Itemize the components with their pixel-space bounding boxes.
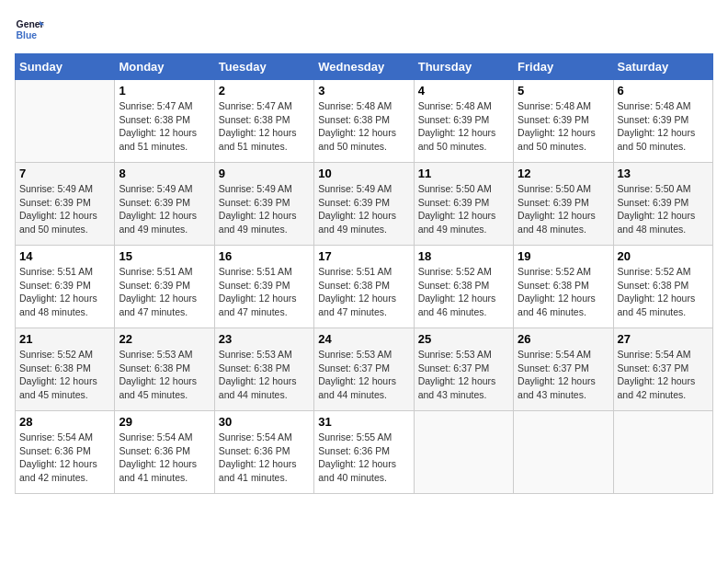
day-info: Sunrise: 5:49 AM Sunset: 6:39 PM Dayligh… — [19, 182, 110, 236]
logo-icon: General Blue — [15, 15, 44, 44]
day-number: 22 — [119, 332, 210, 346]
day-number: 10 — [318, 167, 409, 180]
calendar-cell: 1Sunrise: 5:47 AM Sunset: 6:38 PM Daylig… — [115, 80, 214, 163]
day-info: Sunrise: 5:54 AM Sunset: 6:37 PM Dayligh… — [518, 348, 609, 402]
day-info: Sunrise: 5:54 AM Sunset: 6:36 PM Dayligh… — [19, 431, 110, 485]
header: General Blue — [15, 15, 713, 44]
calendar-cell: 18Sunrise: 5:52 AM Sunset: 6:38 PM Dayli… — [414, 246, 513, 328]
weekday-header: Monday — [115, 54, 214, 80]
day-info: Sunrise: 5:54 AM Sunset: 6:37 PM Dayligh… — [618, 348, 709, 402]
calendar-cell: 22Sunrise: 5:53 AM Sunset: 6:38 PM Dayli… — [115, 328, 214, 411]
calendar-cell: 12Sunrise: 5:50 AM Sunset: 6:39 PM Dayli… — [514, 163, 613, 246]
day-number: 31 — [318, 415, 409, 429]
calendar-week-row: 28Sunrise: 5:54 AM Sunset: 6:36 PM Dayli… — [16, 411, 713, 494]
calendar-cell: 20Sunrise: 5:52 AM Sunset: 6:38 PM Dayli… — [613, 246, 712, 328]
day-number: 3 — [318, 84, 409, 98]
calendar-cell: 30Sunrise: 5:54 AM Sunset: 6:36 PM Dayli… — [214, 411, 313, 494]
calendar-cell: 19Sunrise: 5:52 AM Sunset: 6:38 PM Dayli… — [514, 246, 613, 328]
calendar-cell: 23Sunrise: 5:53 AM Sunset: 6:38 PM Dayli… — [214, 328, 313, 411]
calendar-cell: 10Sunrise: 5:49 AM Sunset: 6:39 PM Dayli… — [314, 163, 414, 246]
day-number: 18 — [418, 249, 509, 263]
day-number: 24 — [318, 332, 409, 346]
calendar-cell — [613, 411, 712, 494]
day-info: Sunrise: 5:51 AM Sunset: 6:39 PM Dayligh… — [119, 265, 210, 319]
day-info: Sunrise: 5:48 AM Sunset: 6:39 PM Dayligh… — [518, 99, 609, 154]
day-number: 23 — [219, 332, 310, 346]
day-info: Sunrise: 5:54 AM Sunset: 6:36 PM Dayligh… — [119, 431, 210, 485]
day-info: Sunrise: 5:53 AM Sunset: 6:37 PM Dayligh… — [318, 348, 409, 402]
calendar-cell: 8Sunrise: 5:49 AM Sunset: 6:39 PM Daylig… — [115, 163, 214, 246]
calendar-cell: 5Sunrise: 5:48 AM Sunset: 6:39 PM Daylig… — [514, 80, 613, 163]
day-info: Sunrise: 5:52 AM Sunset: 6:38 PM Dayligh… — [618, 265, 709, 319]
calendar-cell: 13Sunrise: 5:50 AM Sunset: 6:39 PM Dayli… — [613, 163, 712, 246]
day-number: 28 — [19, 415, 110, 429]
weekday-header: Thursday — [414, 54, 513, 80]
calendar-cell: 26Sunrise: 5:54 AM Sunset: 6:37 PM Dayli… — [514, 328, 613, 411]
calendar-week-row: 1Sunrise: 5:47 AM Sunset: 6:38 PM Daylig… — [16, 80, 713, 163]
calendar-header: SundayMondayTuesdayWednesdayThursdayFrid… — [16, 54, 713, 80]
calendar-cell: 4Sunrise: 5:48 AM Sunset: 6:39 PM Daylig… — [414, 80, 513, 163]
calendar-table: SundayMondayTuesdayWednesdayThursdayFrid… — [15, 53, 713, 494]
weekday-header: Friday — [514, 54, 613, 80]
day-info: Sunrise: 5:50 AM Sunset: 6:39 PM Dayligh… — [418, 182, 509, 236]
day-info: Sunrise: 5:51 AM Sunset: 6:39 PM Dayligh… — [19, 265, 110, 319]
day-number: 5 — [518, 84, 609, 98]
logo: General Blue — [15, 15, 44, 44]
weekday-header: Tuesday — [214, 54, 313, 80]
calendar-cell: 7Sunrise: 5:49 AM Sunset: 6:39 PM Daylig… — [16, 163, 115, 246]
calendar-cell: 3Sunrise: 5:48 AM Sunset: 6:38 PM Daylig… — [314, 80, 414, 163]
day-info: Sunrise: 5:52 AM Sunset: 6:38 PM Dayligh… — [418, 265, 509, 319]
calendar-week-row: 14Sunrise: 5:51 AM Sunset: 6:39 PM Dayli… — [16, 246, 713, 328]
day-info: Sunrise: 5:48 AM Sunset: 6:39 PM Dayligh… — [618, 99, 709, 154]
day-number: 13 — [618, 167, 709, 180]
day-number: 6 — [618, 84, 709, 98]
day-info: Sunrise: 5:49 AM Sunset: 6:39 PM Dayligh… — [318, 182, 409, 236]
calendar-cell: 9Sunrise: 5:49 AM Sunset: 6:39 PM Daylig… — [214, 163, 313, 246]
day-info: Sunrise: 5:55 AM Sunset: 6:36 PM Dayligh… — [318, 431, 409, 485]
calendar-body: 1Sunrise: 5:47 AM Sunset: 6:38 PM Daylig… — [16, 80, 713, 494]
calendar-cell: 21Sunrise: 5:52 AM Sunset: 6:38 PM Dayli… — [16, 328, 115, 411]
calendar-week-row: 21Sunrise: 5:52 AM Sunset: 6:38 PM Dayli… — [16, 328, 713, 411]
day-number: 19 — [518, 249, 609, 263]
weekday-header: Wednesday — [314, 54, 414, 80]
day-number: 20 — [618, 249, 709, 263]
calendar-cell: 27Sunrise: 5:54 AM Sunset: 6:37 PM Dayli… — [613, 328, 712, 411]
calendar-cell: 29Sunrise: 5:54 AM Sunset: 6:36 PM Dayli… — [115, 411, 214, 494]
day-info: Sunrise: 5:49 AM Sunset: 6:39 PM Dayligh… — [119, 182, 210, 236]
day-info: Sunrise: 5:47 AM Sunset: 6:38 PM Dayligh… — [219, 99, 310, 154]
day-info: Sunrise: 5:53 AM Sunset: 6:38 PM Dayligh… — [119, 348, 210, 402]
day-number: 21 — [19, 332, 110, 346]
day-number: 25 — [418, 332, 509, 346]
calendar-cell: 31Sunrise: 5:55 AM Sunset: 6:36 PM Dayli… — [314, 411, 414, 494]
day-info: Sunrise: 5:51 AM Sunset: 6:38 PM Dayligh… — [318, 265, 409, 319]
day-number: 14 — [19, 249, 110, 263]
day-number: 9 — [219, 167, 310, 180]
calendar-cell — [414, 411, 513, 494]
day-number: 30 — [219, 415, 310, 429]
day-number: 27 — [618, 332, 709, 346]
calendar-cell: 6Sunrise: 5:48 AM Sunset: 6:39 PM Daylig… — [613, 80, 712, 163]
calendar-cell: 17Sunrise: 5:51 AM Sunset: 6:38 PM Dayli… — [314, 246, 414, 328]
day-info: Sunrise: 5:53 AM Sunset: 6:37 PM Dayligh… — [418, 348, 509, 402]
day-info: Sunrise: 5:53 AM Sunset: 6:38 PM Dayligh… — [219, 348, 310, 402]
day-info: Sunrise: 5:49 AM Sunset: 6:39 PM Dayligh… — [219, 182, 310, 236]
day-number: 17 — [318, 249, 409, 263]
day-info: Sunrise: 5:50 AM Sunset: 6:39 PM Dayligh… — [618, 182, 709, 236]
weekday-row: SundayMondayTuesdayWednesdayThursdayFrid… — [16, 54, 713, 80]
calendar-cell: 16Sunrise: 5:51 AM Sunset: 6:39 PM Dayli… — [214, 246, 313, 328]
calendar-cell: 24Sunrise: 5:53 AM Sunset: 6:37 PM Dayli… — [314, 328, 414, 411]
calendar-cell: 2Sunrise: 5:47 AM Sunset: 6:38 PM Daylig… — [214, 80, 313, 163]
weekday-header: Sunday — [16, 54, 115, 80]
svg-text:Blue: Blue — [17, 30, 38, 40]
day-number: 2 — [219, 84, 310, 98]
weekday-header: Saturday — [613, 54, 712, 80]
day-number: 29 — [119, 415, 210, 429]
day-number: 8 — [119, 167, 210, 180]
day-number: 4 — [418, 84, 509, 98]
calendar-cell — [16, 80, 115, 163]
day-info: Sunrise: 5:54 AM Sunset: 6:36 PM Dayligh… — [219, 431, 310, 485]
day-number: 7 — [19, 167, 110, 180]
day-info: Sunrise: 5:50 AM Sunset: 6:39 PM Dayligh… — [518, 182, 609, 236]
day-number: 12 — [518, 167, 609, 180]
calendar-week-row: 7Sunrise: 5:49 AM Sunset: 6:39 PM Daylig… — [16, 163, 713, 246]
